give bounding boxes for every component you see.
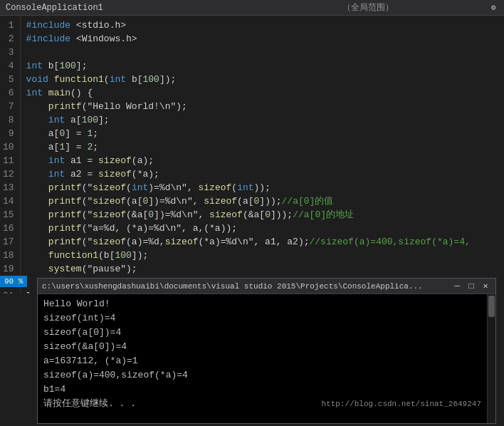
code-line: function1(b[100]);	[26, 249, 498, 262]
line-number: 14	[3, 194, 14, 208]
title-bar-left: ConsoleApplication1	[6, 3, 247, 13]
line-number: 3	[3, 46, 14, 59]
line-number: 21	[3, 289, 14, 293]
console-output: Hello World!sizeof(int)=4sizeof(a[0])=4s…	[38, 294, 487, 423]
line-number: 12	[3, 167, 14, 181]
console-title: c:\users\xushengdashuaibi\documents\visu…	[42, 282, 451, 291]
code-line: a[0] = 1;	[26, 127, 498, 140]
code-line: int a[100];	[26, 113, 498, 127]
code-line: int main() {	[26, 86, 498, 100]
code-line: int a1 = sizeof(a);	[26, 154, 498, 167]
close-button[interactable]: ✕	[480, 281, 491, 292]
code-line: #include <stdio.h>	[26, 19, 498, 32]
zoom-indicator: 90 %	[0, 276, 27, 287]
code-content[interactable]: #include <stdio.h>#include <Windows.h> i…	[21, 16, 504, 293]
console-line: b1=4	[43, 383, 481, 397]
app-title: ConsoleApplication1	[6, 3, 103, 13]
line-number: 6	[3, 86, 14, 100]
code-line: printf("sizeof(a[0])=%d\n", sizeof(a[0])…	[26, 194, 498, 208]
line-number: 11	[3, 154, 14, 167]
line-number: 9	[3, 127, 14, 140]
code-line: #include <Windows.h>	[26, 32, 498, 46]
console-body: Hello World!sizeof(int)=4sizeof(a[0])=4s…	[38, 294, 495, 423]
line-number: 15	[3, 208, 14, 222]
console-controls: — □ ✕	[451, 281, 491, 292]
line-number: 17	[3, 235, 14, 249]
console-line: 请按任意键继续. . .http://blog.csdn.net/sinat_2…	[43, 397, 481, 411]
title-bar-scope: （全局范围）	[247, 1, 488, 14]
line-number: 1	[3, 19, 14, 32]
code-line: printf("Hello World!\n");	[26, 100, 498, 113]
maximize-button[interactable]: □	[466, 281, 477, 292]
line-number: 19	[3, 262, 14, 276]
code-line: int b[100];	[26, 59, 498, 73]
console-link: http://blog.csdn.net/sinat_2649247	[322, 397, 481, 411]
scrollbar-thumb[interactable]	[488, 296, 495, 317]
line-number: 4	[3, 59, 14, 73]
code-line: int a2 = sizeof(*a);	[26, 167, 498, 181]
console-title-bar: c:\users\xushengdashuaibi\documents\visu…	[38, 279, 495, 294]
line-number: 7	[3, 100, 14, 113]
console-line: Hello World!	[43, 297, 481, 311]
code-line: printf("sizeof(int)=%d\n", sizeof(int));	[26, 181, 498, 194]
title-bar: ConsoleApplication1 （全局范围） ⚙	[0, 0, 504, 16]
line-number: 5	[3, 73, 14, 86]
code-line: printf("sizeof(a)=%d,sizeof(*a)=%d\n", a…	[26, 235, 498, 249]
line-number: 18	[3, 249, 14, 262]
code-line: a[1] = 2;	[26, 140, 498, 154]
console-line: sizeof(&a[0])=4	[43, 340, 481, 354]
code-line: printf("sizeof(&a[0])=%d\n", sizeof(&a[0…	[26, 208, 498, 222]
console-line: sizeof(a)=400,sizeof(*a)=4	[43, 368, 481, 383]
line-number: 13	[3, 181, 14, 194]
line-number: 8	[3, 113, 14, 127]
code-editor: 1234567891011121314151617181920212223242…	[0, 16, 504, 293]
console-scrollbar[interactable]	[487, 294, 495, 423]
code-line: printf("a=%d, (*a)=%d\n", a,(*a));	[26, 222, 498, 235]
title-bar-controls: ⚙	[488, 3, 498, 13]
line-number: 2	[3, 32, 14, 46]
minimize-button[interactable]: —	[451, 281, 463, 292]
line-number: 16	[3, 222, 14, 235]
code-line: void function1(int b[100]);	[26, 73, 498, 86]
line-number: 10	[3, 140, 14, 154]
console-line: sizeof(int)=4	[43, 311, 481, 326]
code-line	[26, 46, 498, 59]
code-line: system("pause");	[26, 262, 498, 276]
console-line: a=1637112, (*a)=1	[43, 354, 481, 368]
console-window: c:\users\xushengdashuaibi\documents\visu…	[37, 278, 496, 424]
settings-icon[interactable]: ⚙	[488, 3, 498, 13]
line-numbers: 1234567891011121314151617181920212223242…	[0, 16, 21, 293]
console-line: sizeof(a[0])=4	[43, 326, 481, 340]
